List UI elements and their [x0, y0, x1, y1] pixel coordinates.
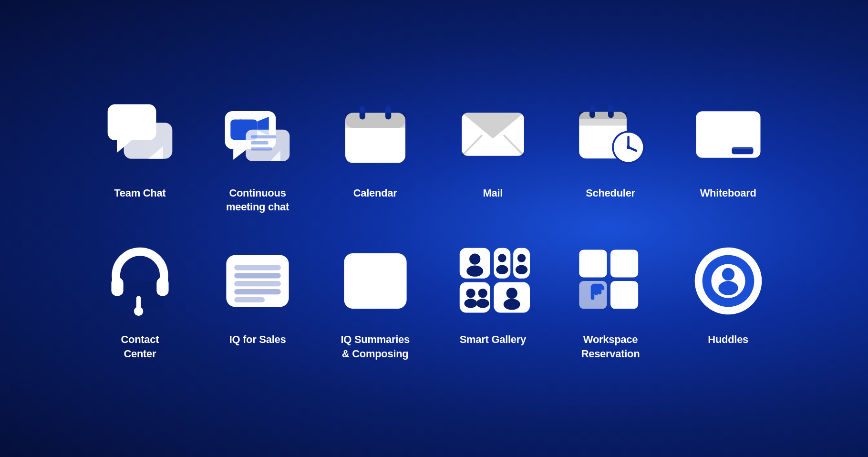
- svg-rect-34: [701, 116, 756, 149]
- svg-rect-12: [251, 141, 269, 145]
- feature-huddles: Huddles: [679, 243, 777, 361]
- whiteboard-label: Whiteboard: [700, 186, 756, 200]
- feature-iq-summaries: IQ Summaries& Composing: [326, 243, 424, 361]
- features-grid: Team Chat Continuousmeeting: [52, 68, 816, 390]
- workspace-reservation-label: WorkspaceReservation: [581, 332, 640, 361]
- svg-rect-56: [351, 296, 383, 301]
- huddles-label: Huddles: [708, 332, 748, 347]
- calendar-label: Calendar: [353, 186, 397, 200]
- iq-for-sales-icon: [219, 243, 296, 319]
- feature-mail: Mail: [444, 96, 542, 214]
- svg-rect-2: [124, 123, 172, 159]
- svg-point-69: [478, 289, 487, 298]
- svg-rect-9: [246, 130, 290, 161]
- mail-label: Mail: [483, 186, 503, 200]
- svg-marker-5: [234, 149, 248, 160]
- svg-point-59: [466, 265, 483, 276]
- feature-contact-center: ContactCenter: [91, 243, 189, 361]
- feature-calendar: 31 Calendar: [326, 96, 424, 214]
- scheduler-icon: [572, 96, 649, 173]
- svg-point-70: [476, 299, 489, 308]
- svg-point-31: [627, 145, 630, 149]
- svg-rect-55: [351, 289, 399, 293]
- svg-rect-66: [460, 282, 490, 312]
- svg-rect-49: [234, 297, 265, 302]
- whiteboard-icon: [690, 96, 766, 173]
- svg-rect-52: [351, 269, 399, 274]
- svg-rect-43: [234, 273, 281, 278]
- contact-center-icon: [102, 243, 178, 319]
- svg-point-73: [504, 299, 520, 310]
- team-chat-icon: [102, 96, 178, 173]
- svg-point-8: [238, 120, 244, 126]
- svg-rect-76: [610, 281, 638, 309]
- smart-gallery-label: Smart Gallery: [460, 332, 526, 347]
- workspace-reservation-icon: [572, 243, 649, 319]
- svg-rect-48: [234, 281, 281, 286]
- svg-text:31: 31: [361, 127, 389, 156]
- svg-point-62: [496, 265, 508, 274]
- svg-rect-45: [234, 289, 281, 294]
- svg-rect-38: [156, 277, 168, 296]
- feature-iq-for-sales: IQ for Sales: [208, 243, 307, 361]
- feature-scheduler: Scheduler: [561, 96, 660, 214]
- svg-rect-51: [351, 261, 399, 266]
- svg-rect-13: [251, 147, 272, 151]
- feature-smart-gallery: Smart Gallery: [444, 243, 542, 361]
- svg-point-58: [469, 253, 480, 264]
- svg-point-64: [517, 254, 526, 262]
- huddles-icon: [690, 243, 766, 319]
- feature-continuous-meeting-chat: Continuousmeeting chat: [208, 96, 307, 214]
- mail-icon: [455, 96, 531, 173]
- svg-point-72: [506, 288, 517, 299]
- team-chat-label: Team Chat: [114, 186, 165, 200]
- svg-rect-47: [234, 265, 281, 270]
- feature-whiteboard: Whiteboard: [679, 96, 777, 214]
- svg-rect-53: [351, 277, 399, 278]
- feature-workspace-reservation: WorkspaceReservation: [561, 243, 660, 361]
- svg-point-82: [718, 281, 738, 295]
- iq-summaries-icon: [337, 243, 413, 319]
- svg-point-61: [498, 254, 506, 262]
- svg-point-40: [134, 306, 143, 315]
- smart-gallery-icon: [455, 243, 531, 319]
- continuous-meeting-chat-label: Continuousmeeting chat: [226, 186, 289, 214]
- svg-rect-74: [579, 249, 607, 277]
- feature-team-chat: Team Chat: [91, 96, 189, 214]
- svg-point-65: [516, 265, 527, 274]
- svg-rect-18: [345, 113, 405, 128]
- svg-rect-26: [579, 112, 627, 119]
- svg-point-67: [466, 289, 475, 298]
- scheduler-label: Scheduler: [586, 186, 635, 200]
- svg-rect-54: [351, 281, 399, 286]
- iq-for-sales-label: IQ for Sales: [229, 332, 286, 347]
- svg-point-81: [722, 268, 734, 280]
- svg-rect-37: [111, 277, 123, 296]
- continuous-meeting-chat-icon: [219, 96, 296, 173]
- contact-center-label: ContactCenter: [121, 332, 159, 361]
- iq-summaries-label: IQ Summaries& Composing: [341, 332, 409, 361]
- svg-rect-75: [610, 249, 638, 277]
- svg-point-68: [464, 299, 477, 308]
- svg-rect-11: [251, 135, 276, 139]
- calendar-icon: 31: [337, 96, 413, 173]
